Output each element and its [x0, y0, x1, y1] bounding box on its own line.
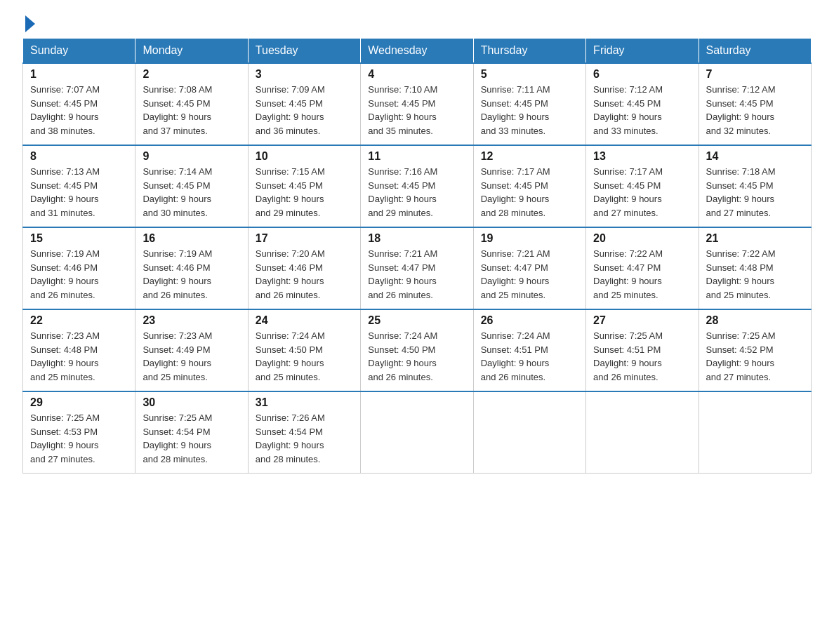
day-cell-26: 26Sunrise: 7:24 AMSunset: 4:51 PMDayligh… — [473, 309, 585, 391]
day-cell-1: 1Sunrise: 7:07 AMSunset: 4:45 PMDaylight… — [23, 63, 135, 145]
day-info: Sunrise: 7:09 AMSunset: 4:45 PMDaylight:… — [256, 83, 353, 137]
day-cell-18: 18Sunrise: 7:21 AMSunset: 4:47 PMDayligh… — [361, 227, 473, 309]
day-info: Sunrise: 7:11 AMSunset: 4:45 PMDaylight:… — [481, 83, 578, 137]
week-row-2: 8Sunrise: 7:13 AMSunset: 4:45 PMDaylight… — [23, 145, 812, 227]
day-number: 24 — [256, 314, 353, 327]
day-number: 21 — [706, 232, 804, 245]
day-info: Sunrise: 7:15 AMSunset: 4:45 PMDaylight:… — [256, 165, 353, 220]
day-number: 2 — [143, 68, 240, 81]
week-row-5: 29Sunrise: 7:25 AMSunset: 4:53 PMDayligh… — [23, 391, 812, 474]
day-cell-30: 30Sunrise: 7:25 AMSunset: 4:54 PMDayligh… — [135, 391, 248, 474]
page-header — [22, 17, 812, 29]
day-number: 12 — [481, 150, 578, 163]
day-info: Sunrise: 7:22 AMSunset: 4:47 PMDaylight:… — [593, 247, 691, 302]
day-cell-4: 4Sunrise: 7:10 AMSunset: 4:45 PMDaylight… — [361, 63, 473, 145]
weekday-header-friday: Friday — [586, 39, 699, 64]
day-number: 9 — [143, 150, 240, 163]
day-number: 17 — [256, 232, 353, 245]
day-info: Sunrise: 7:25 AMSunset: 4:53 PMDaylight:… — [30, 411, 128, 466]
day-cell-24: 24Sunrise: 7:24 AMSunset: 4:50 PMDayligh… — [248, 309, 360, 391]
day-number: 23 — [143, 314, 240, 327]
empty-cell-w4-4 — [473, 391, 585, 474]
day-cell-5: 5Sunrise: 7:11 AMSunset: 4:45 PMDaylight… — [473, 63, 585, 145]
day-number: 10 — [256, 150, 353, 163]
day-cell-22: 22Sunrise: 7:23 AMSunset: 4:48 PMDayligh… — [23, 309, 135, 391]
day-info: Sunrise: 7:17 AMSunset: 4:45 PMDaylight:… — [481, 165, 578, 220]
day-info: Sunrise: 7:24 AMSunset: 4:50 PMDaylight:… — [256, 329, 353, 384]
day-info: Sunrise: 7:17 AMSunset: 4:45 PMDaylight:… — [593, 165, 691, 220]
day-cell-13: 13Sunrise: 7:17 AMSunset: 4:45 PMDayligh… — [586, 145, 699, 227]
day-cell-25: 25Sunrise: 7:24 AMSunset: 4:50 PMDayligh… — [361, 309, 473, 391]
day-info: Sunrise: 7:25 AMSunset: 4:54 PMDaylight:… — [143, 411, 240, 466]
day-number: 11 — [368, 150, 465, 163]
day-number: 3 — [256, 68, 353, 81]
day-info: Sunrise: 7:10 AMSunset: 4:45 PMDaylight:… — [368, 83, 465, 137]
day-number: 1 — [30, 68, 128, 81]
day-number: 5 — [481, 68, 578, 81]
weekday-header-saturday: Saturday — [699, 39, 811, 64]
day-number: 19 — [481, 232, 578, 245]
day-number: 30 — [143, 396, 240, 409]
empty-cell-w4-3 — [361, 391, 473, 474]
day-number: 13 — [593, 150, 691, 163]
day-cell-21: 21Sunrise: 7:22 AMSunset: 4:48 PMDayligh… — [699, 227, 811, 309]
weekday-header-thursday: Thursday — [473, 39, 585, 64]
week-row-1: 1Sunrise: 7:07 AMSunset: 4:45 PMDaylight… — [23, 63, 812, 145]
day-number: 16 — [143, 232, 240, 245]
day-cell-31: 31Sunrise: 7:26 AMSunset: 4:54 PMDayligh… — [248, 391, 360, 474]
weekday-header-wednesday: Wednesday — [361, 39, 473, 64]
day-cell-9: 9Sunrise: 7:14 AMSunset: 4:45 PMDaylight… — [135, 145, 248, 227]
day-number: 28 — [706, 314, 804, 327]
day-cell-7: 7Sunrise: 7:12 AMSunset: 4:45 PMDaylight… — [699, 63, 811, 145]
day-cell-28: 28Sunrise: 7:25 AMSunset: 4:52 PMDayligh… — [699, 309, 811, 391]
day-cell-12: 12Sunrise: 7:17 AMSunset: 4:45 PMDayligh… — [473, 145, 585, 227]
weekday-header-tuesday: Tuesday — [248, 39, 360, 64]
weekday-header-sunday: Sunday — [23, 39, 135, 64]
day-cell-20: 20Sunrise: 7:22 AMSunset: 4:47 PMDayligh… — [586, 227, 699, 309]
day-cell-19: 19Sunrise: 7:21 AMSunset: 4:47 PMDayligh… — [473, 227, 585, 309]
day-cell-10: 10Sunrise: 7:15 AMSunset: 4:45 PMDayligh… — [248, 145, 360, 227]
week-row-4: 22Sunrise: 7:23 AMSunset: 4:48 PMDayligh… — [23, 309, 812, 391]
day-number: 22 — [30, 314, 128, 327]
day-number: 26 — [481, 314, 578, 327]
day-info: Sunrise: 7:25 AMSunset: 4:51 PMDaylight:… — [593, 329, 691, 384]
day-number: 8 — [30, 150, 128, 163]
day-cell-15: 15Sunrise: 7:19 AMSunset: 4:46 PMDayligh… — [23, 227, 135, 309]
day-cell-3: 3Sunrise: 7:09 AMSunset: 4:45 PMDaylight… — [248, 63, 360, 145]
day-cell-11: 11Sunrise: 7:16 AMSunset: 4:45 PMDayligh… — [361, 145, 473, 227]
day-info: Sunrise: 7:21 AMSunset: 4:47 PMDaylight:… — [368, 247, 465, 302]
day-number: 15 — [30, 232, 128, 245]
day-info: Sunrise: 7:26 AMSunset: 4:54 PMDaylight:… — [256, 411, 353, 466]
day-info: Sunrise: 7:18 AMSunset: 4:45 PMDaylight:… — [706, 165, 804, 220]
day-info: Sunrise: 7:23 AMSunset: 4:49 PMDaylight:… — [143, 329, 240, 384]
day-info: Sunrise: 7:25 AMSunset: 4:52 PMDaylight:… — [706, 329, 804, 384]
day-number: 25 — [368, 314, 465, 327]
day-info: Sunrise: 7:12 AMSunset: 4:45 PMDaylight:… — [593, 83, 691, 137]
day-number: 6 — [593, 68, 691, 81]
day-info: Sunrise: 7:24 AMSunset: 4:51 PMDaylight:… — [481, 329, 578, 384]
day-cell-8: 8Sunrise: 7:13 AMSunset: 4:45 PMDaylight… — [23, 145, 135, 227]
day-number: 29 — [30, 396, 128, 409]
day-cell-29: 29Sunrise: 7:25 AMSunset: 4:53 PMDayligh… — [23, 391, 135, 474]
day-number: 31 — [256, 396, 353, 409]
day-cell-6: 6Sunrise: 7:12 AMSunset: 4:45 PMDaylight… — [586, 63, 699, 145]
logo — [22, 17, 35, 29]
day-cell-16: 16Sunrise: 7:19 AMSunset: 4:46 PMDayligh… — [135, 227, 248, 309]
day-number: 27 — [593, 314, 691, 327]
day-cell-23: 23Sunrise: 7:23 AMSunset: 4:49 PMDayligh… — [135, 309, 248, 391]
day-number: 14 — [706, 150, 804, 163]
empty-cell-w4-6 — [699, 391, 811, 474]
day-number: 20 — [593, 232, 691, 245]
day-info: Sunrise: 7:23 AMSunset: 4:48 PMDaylight:… — [30, 329, 128, 384]
day-number: 7 — [706, 68, 804, 81]
day-number: 18 — [368, 232, 465, 245]
day-info: Sunrise: 7:07 AMSunset: 4:45 PMDaylight:… — [30, 83, 128, 137]
day-info: Sunrise: 7:22 AMSunset: 4:48 PMDaylight:… — [706, 247, 804, 302]
calendar-table: SundayMondayTuesdayWednesdayThursdayFrid… — [22, 38, 812, 474]
day-info: Sunrise: 7:14 AMSunset: 4:45 PMDaylight:… — [143, 165, 240, 220]
day-info: Sunrise: 7:13 AMSunset: 4:45 PMDaylight:… — [30, 165, 128, 220]
logo-arrow-icon — [25, 15, 35, 32]
day-info: Sunrise: 7:24 AMSunset: 4:50 PMDaylight:… — [368, 329, 465, 384]
weekday-header-row: SundayMondayTuesdayWednesdayThursdayFrid… — [23, 39, 812, 64]
day-info: Sunrise: 7:19 AMSunset: 4:46 PMDaylight:… — [143, 247, 240, 302]
